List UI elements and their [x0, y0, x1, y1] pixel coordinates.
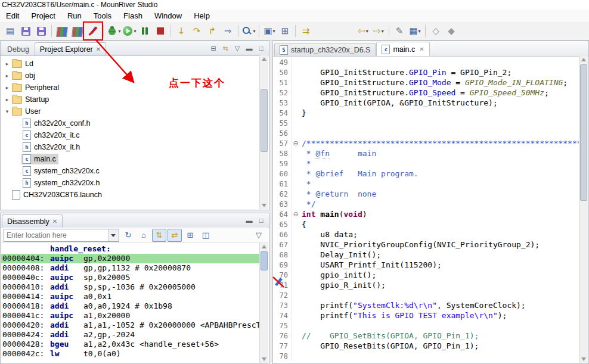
last-edit-location-button[interactable]: ✎ — [392, 24, 407, 38]
line-number: 68 — [274, 250, 292, 260]
instruction-stepping-icon: ⇒ — [224, 26, 232, 36]
sync-with-editor-toggle[interactable]: ⇄ — [168, 229, 182, 242]
build-button[interactable] — [55, 24, 69, 38]
step-into-button[interactable]: ↓ — [174, 24, 188, 38]
open-console-button[interactable]: ▣▾ — [262, 24, 277, 38]
tree-item[interactable]: cch32v20x_it.c — [1, 129, 259, 141]
line-number: 75 — [274, 321, 292, 331]
suspend-button[interactable] — [138, 24, 152, 38]
instruction-stepping-button[interactable]: ⇒ — [221, 24, 235, 38]
tree-item[interactable]: hsystem_ch32v20x.h — [1, 177, 259, 189]
disassembly-row[interactable]: 00000428:bgeua1,a2,0x43c <handle_reset+5… — [1, 340, 259, 349]
menu-edit[interactable]: Edit — [0, 10, 25, 22]
link-editor-button[interactable]: ◆ — [444, 24, 458, 38]
menu-help[interactable]: Help — [188, 10, 216, 22]
close-icon[interactable]: ✕ — [96, 46, 101, 52]
collapse-all-button[interactable]: ⊟ — [208, 43, 219, 54]
menu-tools[interactable]: Tools — [88, 10, 117, 22]
follow-pc-toggle[interactable]: ⇅ — [152, 229, 166, 242]
scroll-up-icon[interactable] — [579, 56, 588, 63]
code-line: 50 GPIO_InitStructure.GPIO_Pin = GPIO_Pi… — [274, 67, 579, 77]
scrollbar-thumb[interactable] — [261, 251, 268, 270]
maximize-button[interactable]: □ — [256, 215, 266, 226]
disassembly-row[interactable]: 00000410:addisp,sp,-1036 # 0x20005000 — [1, 282, 259, 292]
use-step-filters-button[interactable]: ⇉ — [299, 24, 313, 38]
tab-debug[interactable]: Debug — [2, 42, 35, 55]
view-menu-button[interactable]: ▽ — [232, 43, 243, 54]
open-element-button[interactable]: ▦▾ — [408, 24, 422, 38]
tree-item[interactable]: CH32V203C8T6.launch — [1, 189, 259, 201]
step-return-button[interactable]: ↱ — [205, 24, 219, 38]
scrollbar-thumb[interactable] — [580, 64, 587, 201]
tab-disassembly[interactable]: Disassembly ✕ — [2, 214, 63, 228]
close-icon[interactable]: ✕ — [52, 218, 57, 225]
search-button[interactable]: ▾ — [241, 24, 256, 38]
tree-item-label-wrap: hch32v20x_conf.h — [21, 118, 93, 129]
code-line: 60 * @brief Main program. — [274, 169, 579, 179]
menu-flash[interactable]: Flash — [117, 10, 148, 22]
disassembly-row[interactable]: 00000420:addia1,a1,-1052 # 0x20000000 <A… — [1, 321, 259, 330]
editor-scrollbar[interactable] — [579, 56, 588, 363]
close-icon[interactable]: ✕ — [419, 46, 424, 52]
menu-window[interactable]: Window — [148, 10, 188, 22]
save-all-button[interactable] — [34, 24, 48, 38]
combo-dropdown-button[interactable] — [108, 229, 119, 241]
code-area[interactable]: 4950 GPIO_InitStructure.GPIO_Pin = GPIO_… — [274, 56, 579, 363]
location-input[interactable] — [4, 231, 108, 240]
debug-button[interactable]: ▾ — [107, 24, 121, 38]
tree-item[interactable]: hch32v20x_conf.h — [1, 117, 259, 129]
tree-item[interactable]: hch32v20x_it.h — [1, 141, 259, 153]
open-new-view-button[interactable]: ⊞ — [183, 229, 197, 242]
menu-project[interactable]: Project — [25, 10, 61, 22]
forward-button[interactable]: ⇨▾ — [371, 24, 386, 38]
project-explorer-panel: Debug Project Explorer ✕ ⊟⇆▽▬□ ▸Ld▸obj▸P… — [0, 41, 269, 210]
minimize-button[interactable]: ▬ — [244, 43, 255, 54]
tab-project-explorer[interactable]: Project Explorer ✕ — [35, 42, 106, 55]
scroll-down-icon[interactable] — [260, 356, 268, 363]
menu-run[interactable]: Run — [61, 10, 88, 22]
new-file-button[interactable]: ▤ — [3, 24, 17, 38]
view-menu-button[interactable]: ▽ — [252, 229, 266, 242]
disassembly-row[interactable]: 0000040c:auipcsp,0x20005 — [1, 273, 259, 282]
tree-item[interactable]: ▸Startup — [1, 94, 259, 105]
disassembly-row[interactable]: 0000042c:lwt0,0(a0) — [1, 349, 259, 359]
editor-tab-main.c[interactable]: cmain.c✕ — [376, 42, 429, 56]
maximize-button[interactable]: □ — [256, 43, 266, 54]
home-button[interactable]: ⌂ — [137, 229, 151, 242]
save-button[interactable] — [18, 24, 33, 38]
pin-view-button[interactable]: ◫ — [199, 229, 213, 242]
location-combo[interactable] — [4, 229, 119, 242]
link-with-editor-button[interactable]: ⇆ — [220, 43, 231, 54]
disassembly-row[interactable]: 00000408:addigp,gp,1132 # 0x20000870 — [1, 263, 259, 273]
disassembly-row[interactable]: 00000418:addia0,a0,1924 # 0x1b98 — [1, 301, 259, 311]
disassembly-row[interactable]: 00000424:addia2,gp,-2024 — [1, 330, 259, 340]
terminate-button[interactable] — [153, 24, 168, 38]
disassembly-row[interactable]: 00000414:auipca0,0x1 — [1, 292, 259, 301]
tree-item[interactable]: cmain.c — [1, 153, 259, 165]
tree-item[interactable]: csystem_ch32v20x.c — [1, 165, 259, 177]
scroll-down-icon[interactable] — [579, 356, 588, 363]
run-button[interactable]: ▾ — [122, 24, 137, 38]
tree-item[interactable]: ▾User — [1, 105, 259, 117]
disassembly-row[interactable]: 00000404:auipcgp,0x20000 — [1, 254, 259, 263]
tree-item[interactable]: ▸Ld — [1, 58, 259, 70]
scroll-up-icon[interactable] — [260, 55, 268, 63]
erase-flash-button[interactable] — [86, 24, 100, 38]
editor-tab-startup_ch32v20x_D6.S[interactable]: Sstartup_ch32v20x_D6.S — [274, 43, 376, 56]
back-button[interactable]: ⇦▾ — [356, 24, 370, 38]
h-file-icon: h — [23, 142, 31, 152]
line-number: 55 — [274, 118, 292, 128]
code-text: USART_Printf_Init(115200); — [300, 260, 442, 269]
pin-editor-button[interactable]: ◇ — [429, 24, 443, 38]
scroll-up-icon[interactable] — [260, 243, 268, 250]
disassembly-row[interactable]: 0000041c:auipca1,0x20000 — [1, 311, 259, 321]
refresh-button[interactable]: ↻ — [121, 229, 135, 242]
source-file-icon: S — [280, 45, 288, 55]
new-console-button[interactable]: ⊞ — [278, 24, 292, 38]
scrollbar-thumb[interactable] — [261, 89, 268, 152]
explorer-scrollbar[interactable] — [259, 55, 268, 209]
minimize-button[interactable]: ▬ — [244, 215, 255, 226]
step-over-button[interactable]: ↷ — [190, 24, 204, 38]
scroll-down-icon[interactable] — [260, 202, 268, 209]
disassembly-scrollbar[interactable] — [259, 243, 268, 363]
